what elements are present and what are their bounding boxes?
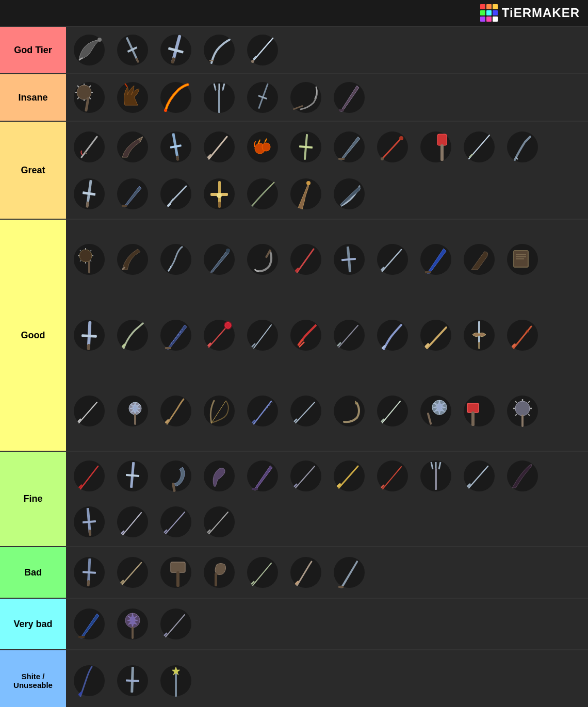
weapon-slot <box>111 29 154 71</box>
weapon-icon <box>71 241 107 277</box>
logo-cell <box>486 4 492 9</box>
weapon-icon <box>201 129 237 165</box>
svg-rect-70 <box>88 261 90 273</box>
weapon-icon <box>418 129 454 165</box>
svg-rect-49 <box>440 144 444 161</box>
svg-rect-21 <box>218 90 220 113</box>
weapon-slot <box>241 551 284 594</box>
weapon-slot <box>155 660 197 702</box>
weapon-slot <box>155 603 197 645</box>
svg-rect-141 <box>435 468 437 490</box>
weapon-icon <box>71 176 107 212</box>
weapon-icon <box>374 393 411 429</box>
weapon-icon <box>201 458 237 494</box>
svg-point-163 <box>334 557 365 588</box>
weapon-slot <box>155 238 197 281</box>
weapon-icon <box>418 458 454 494</box>
tier-label-great: Great <box>0 122 66 219</box>
weapon-slot <box>285 314 327 356</box>
weapon-icon <box>71 79 107 116</box>
weapon-icon <box>374 241 411 277</box>
weapon-slot <box>111 501 154 543</box>
weapon-icon <box>288 241 324 277</box>
weapon-icon <box>201 176 237 212</box>
weapon-icon <box>158 663 194 699</box>
weapon-slot <box>68 126 110 168</box>
weapon-slot <box>68 173 110 215</box>
tier-label-very-bad: Very bad <box>0 599 66 649</box>
weapon-slot <box>285 455 327 497</box>
weapon-slot <box>241 29 284 71</box>
logo-cell <box>480 17 485 22</box>
weapon-icon <box>504 241 541 277</box>
weapon-slot <box>68 551 110 594</box>
weapon-icon <box>244 554 281 590</box>
weapon-slot <box>68 314 110 356</box>
svg-rect-136 <box>252 488 258 490</box>
weapon-icon <box>158 176 194 212</box>
weapon-slot <box>198 29 240 71</box>
svg-rect-160 <box>215 573 217 586</box>
svg-rect-176 <box>175 672 177 697</box>
weapon-icon <box>288 458 324 494</box>
weapon-icon <box>115 504 151 540</box>
weapon-slot <box>371 455 414 497</box>
svg-point-38 <box>262 143 270 151</box>
svg-point-13 <box>251 60 254 63</box>
weapon-slot <box>68 660 110 702</box>
weapon-icon <box>115 317 151 353</box>
weapon-icon <box>418 393 454 429</box>
weapon-icon <box>331 129 367 165</box>
svg-point-19 <box>164 109 167 112</box>
weapon-slot <box>285 390 327 432</box>
weapon-slot <box>198 173 240 215</box>
weapon-slot <box>111 173 154 215</box>
weapon-slot <box>68 238 110 281</box>
weapon-slot <box>371 238 414 281</box>
tier-content-insane <box>66 74 588 121</box>
tier-row-bad: Bad <box>0 547 588 599</box>
svg-point-135 <box>247 461 278 491</box>
weapon-slot <box>328 126 370 168</box>
logo-cell <box>493 17 498 22</box>
svg-point-56 <box>117 178 148 209</box>
weapon-icon <box>374 458 411 494</box>
weapon-slot <box>458 314 500 356</box>
weapon-icon <box>244 129 281 165</box>
svg-point-165 <box>74 609 105 639</box>
weapon-slot <box>111 603 154 645</box>
weapon-icon <box>71 663 107 699</box>
logo-cell <box>480 10 485 15</box>
weapon-icon <box>244 32 281 68</box>
svg-point-72 <box>160 244 191 275</box>
weapon-slot <box>285 173 327 215</box>
svg-point-74 <box>226 249 230 253</box>
weapon-icon <box>504 393 541 429</box>
weapon-slot <box>155 314 197 356</box>
svg-point-94 <box>117 320 148 351</box>
weapon-icon <box>158 241 194 277</box>
logo-cell <box>486 17 492 22</box>
svg-point-126 <box>515 401 530 416</box>
weapon-icon <box>158 458 194 494</box>
weapon-icon <box>115 241 151 277</box>
svg-point-66 <box>306 181 311 185</box>
svg-point-62 <box>217 193 222 198</box>
svg-rect-123 <box>467 403 479 413</box>
svg-point-69 <box>79 250 92 262</box>
svg-rect-127 <box>521 415 524 427</box>
svg-rect-96 <box>165 347 171 349</box>
weapon-slot <box>111 551 154 594</box>
logo-text: TiERMAKER <box>502 6 580 20</box>
weapon-slot <box>501 390 544 432</box>
weapon-slot <box>415 238 457 281</box>
weapon-slot <box>68 29 110 71</box>
weapon-icon <box>71 129 107 165</box>
weapon-slot <box>68 603 110 645</box>
weapon-icon <box>331 241 367 277</box>
svg-point-67 <box>334 178 365 209</box>
weapon-icon <box>115 663 151 699</box>
weapon-icon <box>331 317 367 353</box>
tier-label-god: God Tier <box>0 27 66 73</box>
svg-rect-11 <box>209 60 214 61</box>
